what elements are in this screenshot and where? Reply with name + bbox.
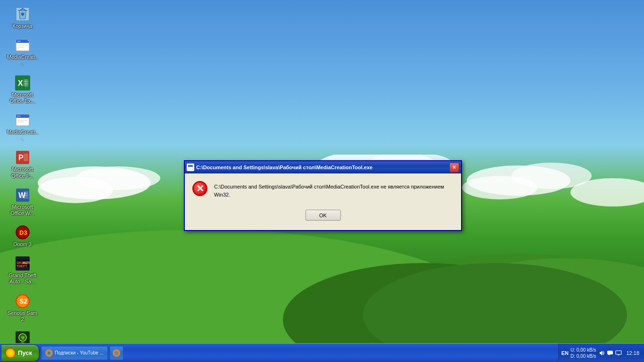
tray-net-drive-u: U: 0,00 kB/s: [570, 347, 596, 353]
serious-sam2-icon: S2: [15, 294, 30, 309]
doom3-icon: D3: [15, 225, 30, 240]
taskbar-tasks: Подписки - YouTube ...: [39, 344, 558, 362]
drive-d-label: D:: [570, 354, 575, 359]
drive-u-label: U:: [570, 347, 575, 353]
svg-rect-41: [24, 154, 28, 161]
dialog-titlebar: C:\Documents and Settings\slava\Рабочий …: [185, 161, 461, 173]
taskbar-task-firefox-2[interactable]: [109, 346, 124, 360]
svg-text:THEFT: THEFT: [17, 264, 27, 268]
dialog-title-icon: [187, 164, 194, 171]
ok-button[interactable]: OK: [305, 210, 341, 221]
svg-point-70: [115, 351, 118, 355]
desktop-icon-media-creation-1[interactable]: MediaCreati...: [5, 36, 40, 68]
svg-rect-65: [188, 165, 193, 167]
firefox-task-icon-2: [113, 349, 120, 357]
tray-icons: [598, 349, 622, 357]
net-speed-up: 0,00 kB/s: [577, 354, 596, 359]
desktop-icon-recycle-bin[interactable]: Корзина: [5, 5, 40, 31]
dialog-title-text: C:\Documents and Settings\slava\Рабочий …: [196, 165, 447, 170]
svg-marker-71: [600, 351, 602, 355]
office-powerpoint-icon: P: [15, 150, 30, 165]
svg-text:X: X: [18, 79, 23, 87]
serious-sam2-label: Serious Sam 2: [7, 310, 38, 322]
firefox-task-label-1: Подписки - YouTube ...: [55, 350, 104, 355]
office-powerpoint-label: Microsoft Office P...: [7, 166, 38, 179]
error-dialog: C:\Documents and Settings\slava\Рабочий …: [184, 160, 462, 231]
svg-text:P: P: [18, 154, 24, 162]
tray-area: EN U: 0,00 kB/s D: 0,00 kB/s: [558, 344, 644, 362]
taskbar-task-firefox-1[interactable]: Подписки - YouTube ...: [41, 346, 108, 360]
media-creation-2-label: MediaCreati...: [7, 129, 38, 141]
office-excel-label: Microsoft Office Ex...: [7, 92, 38, 104]
svg-point-68: [48, 352, 50, 354]
dialog-close-button[interactable]: ×: [449, 163, 459, 173]
svg-rect-72: [607, 351, 613, 354]
desktop-icon-office-excel[interactable]: X Microsoft Office Ex...: [5, 74, 40, 106]
start-button[interactable]: Пуск: [1, 345, 39, 362]
desktop-icons-container: Корзина MediaCreati... X: [5, 5, 40, 362]
start-label: Пуск: [18, 349, 32, 356]
media-creation-1-icon: [15, 38, 30, 53]
gta-sa-label: Grand Theft Auto - Sa...: [7, 272, 38, 285]
dialog-body: ✕ C:\Documents and Settings\slava\Рабочи…: [185, 173, 461, 230]
desktop-icon-gta-sa[interactable]: GRAND THEFT AUTO Grand Theft Auto - Sa..…: [5, 254, 40, 287]
desktop-icon-doom3[interactable]: D3 Doom 3: [5, 223, 40, 249]
svg-rect-24: [17, 41, 21, 42]
dialog-buttons: OK: [192, 208, 454, 222]
desktop-icon-office-powerpoint[interactable]: P Microsoft Office P...: [5, 148, 40, 181]
taskbar: Пуск Подписки - YouTube ...: [0, 343, 644, 362]
office-word-icon: W: [15, 188, 30, 203]
dialog-message: C:\Documents and Settings\slava\Рабочий …: [214, 181, 454, 198]
svg-text:☢: ☢: [21, 335, 25, 340]
desktop: Корзина MediaCreati... X: [0, 0, 644, 362]
desktop-icon-media-creation-2[interactable]: MediaCreati...: [5, 111, 40, 143]
svg-rect-74: [616, 351, 621, 354]
gta-sa-icon: GRAND THEFT AUTO: [15, 256, 30, 271]
office-word-label: Microsoft Office W...: [7, 204, 38, 216]
svg-text:AUTO: AUTO: [23, 261, 30, 264]
media-creation-2-icon: [15, 113, 30, 128]
tray-net-drive-d: D: 0,00 kB/s: [570, 353, 596, 359]
svg-rect-44: [24, 191, 28, 199]
tray-icon-display[interactable]: [615, 349, 622, 357]
media-creation-1-label: MediaCreati...: [7, 54, 38, 66]
doom3-label: Doom 3: [13, 241, 32, 247]
svg-text:S2: S2: [19, 297, 27, 305]
svg-rect-36: [17, 115, 21, 117]
desktop-icon-office-word[interactable]: W Microsoft Office W...: [5, 186, 40, 218]
svg-marker-73: [608, 354, 610, 355]
error-icon: ✕: [192, 181, 207, 196]
desktop-icon-serious-sam2[interactable]: S2 Serious Sam 2: [5, 292, 40, 324]
firefox-task-icon-1: [45, 349, 53, 357]
recycle-bin-icon: [15, 7, 30, 22]
tray-icon-volume[interactable]: [598, 349, 605, 357]
dialog-content: ✕ C:\Documents and Settings\slava\Рабочи…: [192, 181, 454, 198]
tray-network-speed: U: 0,00 kB/s D: 0,00 kB/s: [570, 347, 596, 359]
tray-clock[interactable]: 12:18: [624, 350, 641, 356]
office-excel-icon: X: [15, 75, 30, 90]
svg-text:D3: D3: [19, 229, 27, 236]
tray-language[interactable]: EN: [561, 350, 569, 356]
tray-icon-chat[interactable]: [606, 349, 614, 357]
windows-logo: [5, 348, 16, 358]
net-speed-down: 0,00 kB/s: [577, 347, 596, 353]
svg-rect-25: [28, 40, 29, 41]
svg-rect-21: [21, 9, 24, 11]
recycle-bin-label: Корзина: [13, 23, 33, 29]
